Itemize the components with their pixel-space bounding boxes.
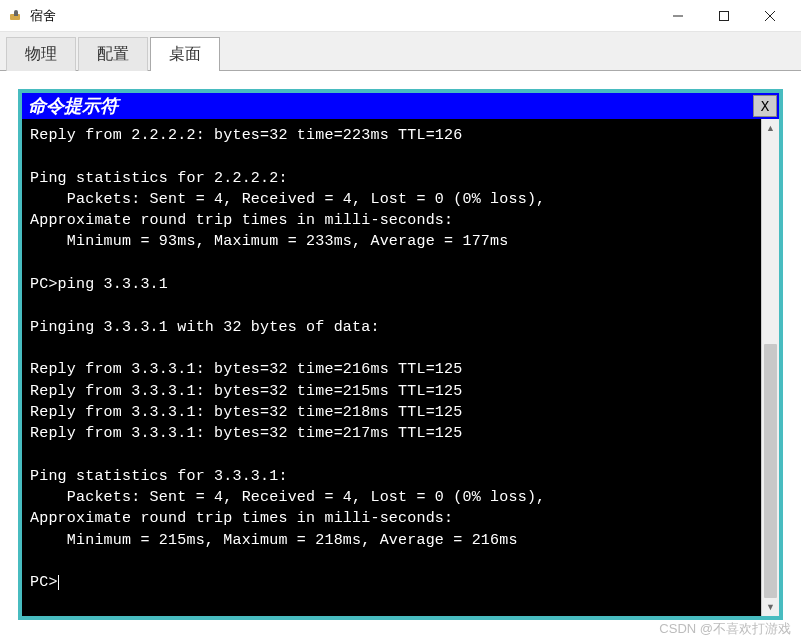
tab-physical[interactable]: 物理: [6, 37, 76, 71]
window-controls: [655, 1, 793, 31]
terminal-body-wrap: Reply from 2.2.2.2: bytes=32 time=223ms …: [22, 119, 779, 616]
tab-bar: 物理 配置 桌面: [0, 32, 801, 70]
close-button[interactable]: [747, 1, 793, 31]
terminal-window: 命令提示符 X Reply from 2.2.2.2: bytes=32 tim…: [18, 89, 783, 620]
scroll-down-button[interactable]: ▼: [762, 598, 779, 616]
scroll-up-button[interactable]: ▲: [762, 119, 779, 137]
app-icon: [8, 8, 24, 24]
terminal-titlebar: 命令提示符 X: [22, 93, 779, 119]
terminal-cursor: [58, 575, 59, 590]
scroll-thumb[interactable]: [764, 344, 777, 598]
window-title: 宿舍: [30, 7, 655, 25]
svg-rect-1: [720, 11, 729, 20]
terminal-title: 命令提示符: [28, 94, 118, 118]
minimize-icon: [672, 10, 684, 22]
terminal-output[interactable]: Reply from 2.2.2.2: bytes=32 time=223ms …: [22, 119, 761, 616]
tab-desktop[interactable]: 桌面: [150, 37, 220, 71]
close-icon: [764, 10, 776, 22]
minimize-button[interactable]: [655, 1, 701, 31]
maximize-icon: [718, 10, 730, 22]
scroll-track[interactable]: [762, 137, 779, 598]
tab-config[interactable]: 配置: [78, 37, 148, 71]
terminal-scrollbar[interactable]: ▲ ▼: [761, 119, 779, 616]
watermark: CSDN @不喜欢打游戏: [659, 620, 791, 638]
window-titlebar: 宿舍: [0, 0, 801, 32]
terminal-close-button[interactable]: X: [753, 95, 777, 117]
terminal-prompt: PC>: [30, 574, 58, 591]
maximize-button[interactable]: [701, 1, 747, 31]
content-area: 命令提示符 X Reply from 2.2.2.2: bytes=32 tim…: [0, 70, 801, 638]
